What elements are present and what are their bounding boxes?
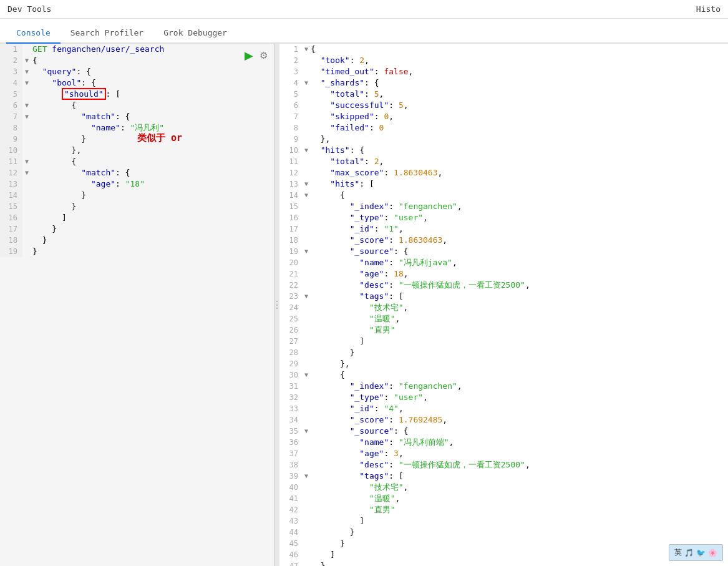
sys-tray-label: 英 [674, 547, 682, 558]
right-line-47: 47 } [279, 560, 728, 566]
right-line-12: 12 "max_score": 1.8630463, [279, 167, 728, 178]
right-line-38: 38 "desc": "一顿操作猛如虎，一看工资2500", [279, 459, 728, 471]
code-line-5: 5 "should": [ [0, 89, 274, 100]
right-line-7: 7 "skipped": 0, [279, 111, 728, 122]
line-num-6: 6 [0, 100, 22, 111]
code-line-11: 11 ▼ { [0, 156, 274, 167]
code-content-8: "name": "冯凡利" [31, 122, 274, 134]
right-line-44: 44 } [279, 527, 728, 538]
line-num-11: 11 [0, 156, 22, 167]
right-code: 1 ▼ { 2 "took": 2, 3 "timed_out": false,… [279, 44, 728, 566]
code-content-10: }, [31, 145, 274, 156]
line-num-1: 1 [0, 44, 22, 55]
system-tray[interactable]: 英 🎵 🐦 🌸 [669, 544, 723, 561]
code-content-2: { [31, 55, 274, 66]
right-line-11: 11 "total": 2, [279, 156, 728, 167]
right-line-20: 20 "name": "冯凡利java", [279, 257, 728, 268]
code-line-18: 18 } [0, 235, 274, 246]
line-num-3: 3 [0, 66, 22, 77]
fold-12[interactable]: ▼ [22, 167, 31, 178]
top-bar: Dev Tools Histo [0, 0, 728, 19]
resize-handle[interactable]: ⋮ [274, 44, 279, 566]
line-num-8: 8 [0, 122, 22, 134]
code-line-7: 7 ▼ "match": { [0, 111, 274, 122]
right-line-19: 19 ▼ "_source": { [279, 246, 728, 257]
history-label: Histo [696, 4, 721, 14]
right-line-6: 6 "successful": 5, [279, 100, 728, 111]
right-line-13: 13 ▼ "hits": [ [279, 178, 728, 190]
tab-grok-debugger[interactable]: Grok Debugger [153, 23, 237, 44]
code-content-9: } [31, 134, 274, 145]
code-content-4: "bool": { [31, 77, 274, 89]
code-line-4: 4 ▼ "bool": { [0, 77, 274, 89]
line-num-10: 10 [0, 145, 22, 156]
fold-2[interactable]: ▼ [22, 55, 31, 66]
right-line-45: 45 } [279, 538, 728, 549]
line-num-19: 19 [0, 246, 22, 257]
right-line-22: 22 "desc": "一顿操作猛如虎，一看工资2500", [279, 280, 728, 291]
right-line-4: 4 ▼ "_shards": { [279, 77, 728, 89]
code-content-11: { [31, 156, 274, 167]
right-line-27: 27 ] [279, 336, 728, 347]
fold-3[interactable]: ▼ [22, 66, 31, 77]
right-line-30: 30 ▼ { [279, 369, 728, 381]
code-line-2: 2 ▼ { [0, 55, 274, 66]
right-line-37: 37 "age": 3, [279, 448, 728, 459]
right-line-43: 43 ] [279, 515, 728, 527]
code-content-6: { [31, 100, 274, 111]
left-panel[interactable]: ▶ ⚙ 1 GET fenganchen/user/_search 2 ▼ { … [0, 44, 274, 566]
right-line-31: 31 "_index": "fenganchen", [279, 381, 728, 392]
right-line-33: 33 "_id": "4", [279, 403, 728, 414]
line-num-13: 13 [0, 178, 22, 190]
right-line-5: 5 "total": 5, [279, 89, 728, 100]
tab-search-profiler[interactable]: Search Profiler [61, 23, 153, 44]
line-num-18: 18 [0, 235, 22, 246]
code-content-5: "should": [ [31, 89, 274, 100]
code-line-15: 15 } [0, 201, 274, 212]
code-content-17: } [31, 223, 274, 235]
code-content-3: "query": { [31, 66, 274, 77]
right-line-35: 35 ▼ "_source": { [279, 426, 728, 437]
code-content-1: GET fenganchen/user/_search [31, 44, 274, 55]
line-num-9: 9 [0, 134, 22, 145]
code-content-18: } [31, 235, 274, 246]
fold-11[interactable]: ▼ [22, 156, 31, 167]
code-content-12: "match": { [31, 167, 274, 178]
settings-button[interactable]: ⚙ [258, 47, 269, 64]
line-num-2: 2 [0, 55, 22, 66]
fold-6[interactable]: ▼ [22, 100, 31, 111]
right-line-21: 21 "age": 18, [279, 268, 728, 280]
right-line-29: 29 }, [279, 358, 728, 369]
right-panel[interactable]: 1 ▼ { 2 "took": 2, 3 "timed_out": false,… [279, 44, 728, 566]
sys-tray-icon3: 🌸 [708, 549, 717, 557]
tab-console[interactable]: Console [6, 23, 61, 44]
run-button[interactable]: ▶ [243, 47, 255, 64]
line-num-15: 15 [0, 201, 22, 212]
code-content-13: "age": "18" [31, 178, 274, 190]
right-line-1: 1 ▼ { [279, 44, 728, 55]
fold-7[interactable]: ▼ [22, 111, 31, 122]
code-editor[interactable]: 1 GET fenganchen/user/_search 2 ▼ { 3 ▼ … [0, 44, 274, 257]
right-line-14: 14 ▼ { [279, 190, 728, 201]
line-num-14: 14 [0, 190, 22, 201]
sys-tray-icon2: 🐦 [696, 549, 706, 557]
right-line-18: 18 "_score": 1.8630463, [279, 235, 728, 246]
tabs-bar: Console Search Profiler Grok Debugger [0, 19, 728, 44]
right-line-28: 28 } [279, 347, 728, 358]
left-toolbar: ▶ ⚙ [243, 47, 269, 64]
right-line-8: 8 "failed": 0 [279, 122, 728, 134]
fold-4[interactable]: ▼ [22, 77, 31, 89]
right-line-42: 42 "直男" [279, 504, 728, 515]
code-content-19: } [31, 246, 274, 257]
right-line-41: 41 "温暖", [279, 493, 728, 504]
app-title: Dev Tools [7, 4, 51, 14]
code-line-9: 9 } [0, 134, 274, 145]
right-line-26: 26 "直男" [279, 324, 728, 336]
line-num-4: 4 [0, 77, 22, 89]
right-line-3: 3 "timed_out": false, [279, 66, 728, 77]
code-line-3: 3 ▼ "query": { [0, 66, 274, 77]
right-line-15: 15 "_index": "fenganchen", [279, 201, 728, 212]
right-line-24: 24 "技术宅", [279, 302, 728, 313]
line-num-12: 12 [0, 167, 22, 178]
right-line-46: 46 ] [279, 549, 728, 560]
